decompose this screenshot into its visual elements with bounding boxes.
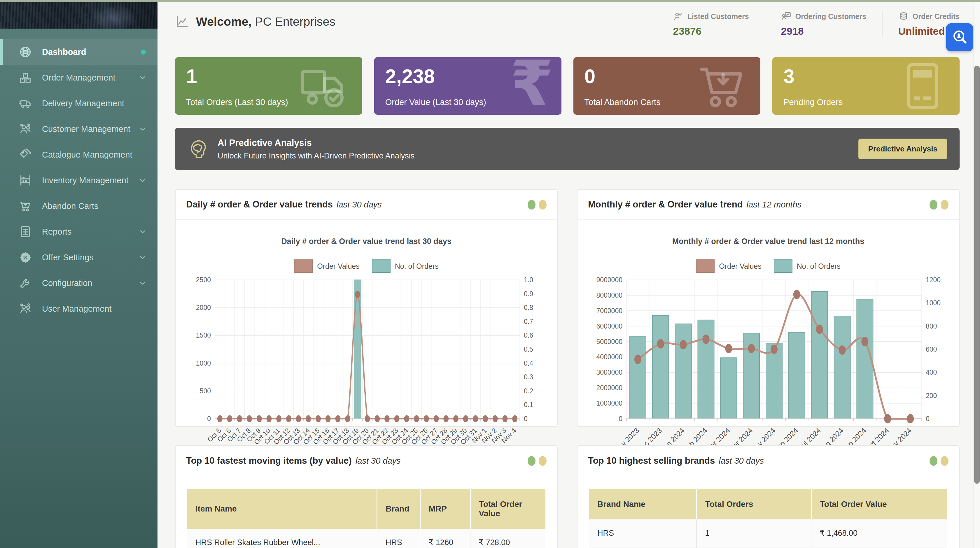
- table-row[interactable]: HRS Roller Skates Rubber Wheel...HRS₹ 12…: [187, 529, 546, 548]
- scrollbar-thumb[interactable]: [974, 66, 980, 484]
- monthly-trend-panel: Monthly # order & Order value trend last…: [577, 189, 959, 427]
- legend-label: Order Values: [317, 262, 360, 271]
- customer-search-floating-button[interactable]: [946, 23, 973, 51]
- svg-text:0: 0: [619, 415, 622, 422]
- credit-card-icon: [891, 59, 951, 113]
- sidebar-item-reports[interactable]: Reports: [0, 219, 158, 245]
- ai-head-icon: [187, 136, 208, 162]
- panel-title: Daily # order & Order value trends: [186, 199, 333, 210]
- ai-banner-subtitle: Unlock Future Insights with AI-Driven Pr…: [218, 151, 414, 161]
- stat-cards-row: 1Total Orders (Last 30 days)2,238Order V…: [175, 57, 959, 115]
- svg-text:5000000: 5000000: [596, 338, 622, 346]
- status-dot-green: [528, 200, 536, 210]
- tables-row: Top 10 fastest moving items (by value) l…: [175, 445, 959, 548]
- globe-icon: [19, 45, 32, 59]
- svg-text:500: 500: [200, 387, 211, 395]
- stat-card-pending-orders: 3Pending Orders: [772, 57, 959, 115]
- svg-text:200: 200: [926, 392, 937, 400]
- chart-legend: Order ValuesNo. of Orders: [589, 260, 947, 273]
- ai-banner-title: AI Predictive Analysis: [218, 138, 414, 148]
- legend-swatch: [696, 260, 714, 273]
- chevron-down-icon[interactable]: [138, 73, 147, 82]
- monthly-chart: 0100000020000003000000400000050000006000…: [589, 276, 947, 462]
- status-dot-green: [929, 456, 937, 466]
- table-cell: ₹ 1260: [420, 529, 470, 548]
- chevron-down-icon[interactable]: [138, 279, 147, 287]
- status-dot-green: [528, 456, 536, 466]
- sidebar-item-abandon-carts[interactable]: Abandon Carts: [0, 193, 158, 219]
- sidebar: DashboardOrder ManagementDelivery Manage…: [0, 2, 158, 548]
- panel-subtitle: last 30 days: [719, 456, 764, 466]
- svg-text:0.5: 0.5: [524, 346, 533, 353]
- predictive-analysis-button[interactable]: Predictive Analysis: [858, 139, 948, 159]
- legend-label: No. of Orders: [395, 262, 439, 271]
- ai-banner: AI Predictive Analysis Unlock Future Ins…: [175, 128, 959, 170]
- svg-text:0: 0: [207, 415, 211, 422]
- svg-text:1000: 1000: [196, 360, 211, 367]
- svg-text:3000000: 3000000: [596, 368, 622, 376]
- legend-swatch: [774, 260, 792, 273]
- table-cell: HRS: [377, 529, 420, 548]
- card-label: Total Abandon Carts: [584, 97, 661, 107]
- panel-subtitle: last 30 days: [356, 456, 401, 466]
- rupee-icon: ₹: [510, 57, 554, 115]
- sidebar-item-order-management[interactable]: Order Management: [0, 65, 158, 91]
- chart-title: Daily # order & Order value trend last 3…: [187, 237, 546, 246]
- sidebar-item-configuration[interactable]: Configuration: [0, 270, 158, 296]
- area-chart-icon: [175, 14, 189, 29]
- svg-text:1.0: 1.0: [524, 276, 533, 284]
- sidebar-item-catalogue-management[interactable]: Catalogue Management: [0, 142, 158, 167]
- legend-item-no-of-orders: No. of Orders: [372, 260, 439, 273]
- page-title: Welcome, PC Enterprises: [196, 15, 336, 29]
- svg-text:0.6: 0.6: [524, 331, 533, 339]
- svg-text:1200: 1200: [926, 276, 940, 284]
- chevron-down-icon[interactable]: [138, 176, 147, 185]
- legend-label: No. of Orders: [797, 262, 841, 271]
- person-board-icon: [781, 11, 792, 22]
- welcome-text: Welcome,: [196, 15, 252, 28]
- svg-text:1000000: 1000000: [596, 400, 622, 407]
- legend-label: Order Values: [719, 262, 761, 271]
- svg-text:600: 600: [926, 346, 937, 353]
- sidebar-item-label: Dashboard: [42, 47, 158, 57]
- chevron-down-icon[interactable]: [138, 253, 147, 262]
- chevron-down-icon[interactable]: [138, 227, 147, 236]
- tags-icon: [19, 148, 32, 161]
- coins-icon: [898, 11, 909, 22]
- sidebar-item-inventory-management[interactable]: Inventory Management: [0, 167, 158, 193]
- panel-title: Monthly # order & Order value trend: [588, 199, 743, 210]
- chevron-down-icon[interactable]: [138, 124, 147, 133]
- sidebar-item-dashboard[interactable]: Dashboard: [0, 39, 158, 65]
- sidebar-item-customer-management[interactable]: Customer Management: [0, 116, 158, 142]
- svg-text:0.3: 0.3: [524, 373, 533, 381]
- panel-subtitle: last 12 months: [747, 200, 802, 210]
- sidebar-item-delivery-management[interactable]: Delivery Management: [0, 91, 158, 116]
- legend-item-no-of-orders: No. of Orders: [774, 260, 841, 273]
- table-cell: HRS: [589, 519, 697, 547]
- stat-label: Listed Customers: [687, 12, 749, 21]
- svg-text:8000000: 8000000: [596, 292, 622, 299]
- stat-value: 2918: [781, 25, 866, 37]
- legend-item-order-values: Order Values: [696, 260, 761, 273]
- svg-text:4000000: 4000000: [596, 353, 622, 361]
- status-dot-khaki: [539, 200, 547, 210]
- scrollbar-track[interactable]: [973, 2, 980, 548]
- top-brands-panel: Top 10 highest selling brands last 30 da…: [577, 445, 959, 548]
- fastest-items-table: Item NameBrandMRPTotal Order ValueHRS Ro…: [187, 489, 546, 548]
- active-accent-bar: [0, 39, 3, 65]
- legend-swatch: [372, 260, 391, 273]
- sidebar-item-user-management[interactable]: User Management: [0, 296, 158, 322]
- panel-title: Top 10 fastest moving items (by value): [186, 456, 352, 466]
- truck-icon: [19, 97, 32, 110]
- shelf-icon: [19, 174, 32, 187]
- customers-icon: [19, 122, 32, 136]
- status-dot-green: [929, 200, 937, 210]
- column-header-item-name: Item Name: [187, 489, 377, 529]
- status-dot-khaki: [940, 456, 948, 466]
- header-stats: Listed Customers23876Ordering Customers2…: [657, 11, 959, 37]
- company-name: PC Enterprises: [255, 15, 336, 28]
- chart-title: Monthly # order & Order value trend last…: [589, 237, 947, 246]
- sidebar-item-offer-settings[interactable]: Offer Settings: [0, 245, 158, 270]
- table-row[interactable]: HRS1₹ 1,468.00: [589, 519, 947, 547]
- boxes-icon: [19, 71, 32, 84]
